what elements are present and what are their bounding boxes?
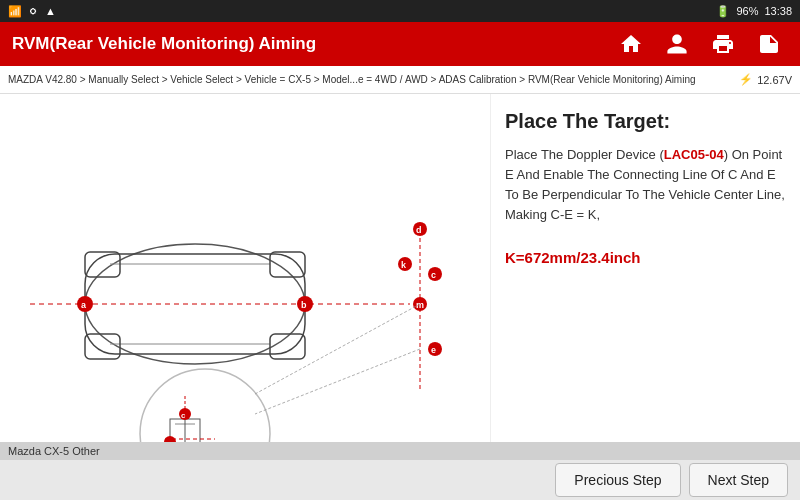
battery-voltage: 12.67V [757, 74, 792, 86]
next-step-button[interactable]: Next Step [689, 463, 788, 497]
page-title: RVM(Rear Vehicle Monitoring) Aiming [12, 34, 316, 54]
bottom-bar: Precious Step Next Step [0, 454, 800, 500]
instruction-body: Place The Doppler Device (LAC05-04) On P… [505, 145, 786, 269]
breadcrumb: MAZDA V42.80 > Manually Select > Vehicle… [0, 66, 800, 94]
battery-icon: 🔋 [716, 5, 730, 18]
svg-rect-7 [85, 334, 120, 359]
svg-rect-6 [270, 252, 305, 277]
battery-voltage-icon: ⚡ [739, 73, 753, 86]
instruction-body1: Place The Doppler Device ( [505, 147, 664, 162]
instruction-panel: Place The Target: Place The Doppler Devi… [490, 94, 800, 454]
export-button[interactable] [750, 25, 788, 63]
svg-text:d: d [416, 225, 422, 235]
svg-text:c: c [181, 411, 186, 420]
signal-icon: ▲ [45, 5, 56, 17]
svg-rect-8 [270, 334, 305, 359]
footer-bar: Mazda CX-5 Other [0, 442, 800, 460]
svg-text:b: b [301, 300, 307, 310]
status-bar: 📶 ⭘ ▲ 🔋 96% 13:38 [0, 0, 800, 22]
previous-step-button[interactable]: Precious Step [555, 463, 680, 497]
svg-text:m: m [416, 300, 424, 310]
bt-icon: 📶 [8, 5, 22, 18]
diagram-panel: a b d k c [0, 94, 490, 454]
breadcrumb-text: MAZDA V42.80 > Manually Select > Vehicle… [8, 74, 696, 85]
svg-line-43 [255, 304, 420, 394]
battery-level: 96% [736, 5, 758, 17]
highlight-measurement: K=672mm/23.4inch [505, 249, 641, 266]
svg-text:c: c [431, 270, 436, 280]
lac-link[interactable]: LAC05-04 [664, 147, 724, 162]
footer-text: Mazda CX-5 Other [8, 445, 100, 457]
user-button[interactable] [658, 25, 696, 63]
main-content: a b d k c [0, 94, 800, 454]
time-display: 13:38 [764, 5, 792, 17]
svg-text:e: e [431, 345, 436, 355]
wifi-icon: ⭘ [28, 5, 39, 17]
print-button[interactable] [704, 25, 742, 63]
instruction-title: Place The Target: [505, 110, 786, 133]
title-bar: RVM(Rear Vehicle Monitoring) Aiming [0, 22, 800, 66]
home-button[interactable] [612, 25, 650, 63]
